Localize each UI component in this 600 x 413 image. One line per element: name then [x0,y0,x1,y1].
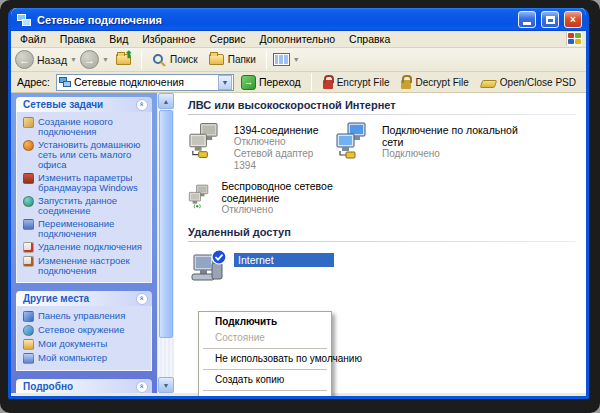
task-change-firewall[interactable]: Изменить параметры брандмауэра Windows [23,173,148,193]
folders-label: Папки [228,54,256,65]
other-places-panel: Другие места » Панель управления Сетевое… [16,291,152,371]
go-button[interactable]: → Переход [238,75,304,90]
menu-item-connect[interactable]: Подключить [200,314,330,330]
connection-1394[interactable]: 1394-соединение Отключено Сетевой адапте… [188,122,335,172]
search-icon [152,53,166,67]
client-area: Сетевые задачи » Создание нового подключ… [11,93,586,393]
red-lock-icon [323,80,333,89]
menu-item-no-default[interactable]: Не использовать по умолчанию [200,351,330,367]
task-rename-connection[interactable]: Переименование подключения [23,219,148,239]
wired-connection-icon [188,122,227,160]
open-close-psd-button[interactable]: Open/Close PSD [477,76,580,88]
connection-lan[interactable]: Подключение по локальной сети Подключено [335,122,520,172]
menu-view[interactable]: Вид [102,32,135,46]
network-tasks-header[interactable]: Сетевые задачи » [16,97,152,112]
details-title: Подробно [23,381,73,392]
back-button-label[interactable]: Назад [37,54,67,66]
windows-logo-icon [566,32,582,46]
task-delete-connection[interactable]: Удаление подключения [23,242,148,253]
network-connections-icon [17,13,32,27]
link-label: Мой компьютер [38,353,107,364]
section-rule [188,241,576,242]
link-label: Мои документы [38,339,107,350]
vertical-scrollbar[interactable]: ▲ ▼ [157,93,174,393]
forward-button-icon[interactable]: → [80,50,99,69]
encrypt-file-button[interactable]: Encrypt File [319,76,394,89]
address-folder-icon [59,77,71,88]
title-bar: Сетевые подключения × [11,8,586,31]
link-label: Панель управления [38,311,125,322]
menu-favorites[interactable]: Избранное [135,32,202,46]
open-close-psd-label: Open/Close PSD [500,77,576,88]
scrollbar-thumb[interactable] [159,110,173,338]
folders-button[interactable]: Папки [205,54,260,65]
back-button-icon[interactable]: ← [15,50,34,69]
rename-connection-icon [23,219,34,230]
dialup-section-title: Удаленный доступ [188,226,586,238]
network-tasks-panel: Сетевые задачи » Создание нового подключ… [16,97,152,283]
menu-item-create-shortcut[interactable]: Создать ярлык [200,393,330,399]
task-start-connection[interactable]: Запустить данное соединение [23,196,148,216]
task-label: Удаление подключения [38,242,142,253]
forward-dropdown-icon[interactable]: ▼ [102,56,109,63]
minimize-button[interactable] [518,11,536,28]
address-dropdown-icon[interactable]: ▼ [218,75,232,90]
dialup-connection-icon [188,249,230,285]
menu-item-create-copy[interactable]: Создать копию [200,372,330,388]
scroll-down-icon[interactable]: ▼ [158,377,174,393]
collapse-chevron-icon[interactable]: » [136,293,148,305]
task-create-connection[interactable]: Создание нового подключения [23,117,148,137]
folders-icon [209,54,224,65]
details-header[interactable]: Подробно » [16,379,152,393]
up-button[interactable]: ⬆ [116,54,131,65]
task-label: Установить домашнюю сеть или сеть малого… [38,140,148,170]
link-control-panel[interactable]: Панель управления [23,311,148,322]
link-network-places[interactable]: Сетевое окружение [23,325,148,336]
views-button-icon[interactable] [273,53,290,66]
maximize-button[interactable] [541,11,559,28]
back-dropdown-icon[interactable]: ▼ [70,56,77,63]
views-dropdown-icon[interactable]: ▼ [293,56,300,63]
internet-connection-label[interactable]: Internet [234,253,334,267]
address-label: Адрес: [15,76,52,88]
menu-advanced[interactable]: Дополнительно [252,32,342,46]
menu-tools[interactable]: Сервис [203,32,253,46]
decrypt-file-label: Decrypt File [415,77,468,88]
menu-edit[interactable]: Правка [53,32,102,46]
menu-file[interactable]: Файл [13,32,53,46]
home-network-icon [23,140,34,151]
menu-separator [203,390,327,391]
collapse-chevron-icon[interactable]: » [136,381,148,393]
window-title: Сетевые подключения [37,14,513,26]
other-places-header[interactable]: Другие места » [16,291,152,306]
decrypt-file-button[interactable]: Decrypt File [397,76,472,89]
close-button[interactable]: × [564,11,582,28]
search-button[interactable]: Поиск [148,53,202,67]
task-pane: Сетевые задачи » Создание нового подключ… [11,93,157,393]
task-label: Переименование подключения [38,219,148,239]
task-label: Создание нового подключения [38,117,148,137]
menu-item-status: Состояние [200,330,330,346]
task-setup-home-network[interactable]: Установить домашнюю сеть или сеть малого… [23,140,148,170]
control-panel-icon [23,311,34,322]
task-change-settings[interactable]: Изменение настроек подключения [23,256,148,276]
link-my-documents[interactable]: Мои документы [23,339,148,350]
start-connection-icon [23,196,34,207]
address-value: Сетевые подключения [74,76,184,88]
screenshot-frame: Сетевые подключения × Файл Правка Вид Из… [0,0,600,413]
lan-connection-icon [335,122,375,160]
task-label: Изменить параметры брандмауэра Windows [38,173,148,193]
connection-internet[interactable]: Internet [188,249,586,285]
link-label: Сетевое окружение [38,325,124,336]
menu-separator [203,369,327,370]
connection-device: Сетевой адаптер 1394 [234,148,335,172]
link-my-computer[interactable]: Мой компьютер [23,353,148,364]
address-input[interactable]: Сетевые подключения ▼ [56,74,234,91]
toolbar-separator [266,51,267,69]
menu-help[interactable]: Справка [342,32,397,46]
connection-wireless[interactable]: Беспроводное сетевое соединение Отключен… [188,178,335,216]
scroll-up-icon[interactable]: ▲ [158,93,174,109]
my-documents-icon [23,339,34,350]
collapse-chevron-icon[interactable]: » [136,99,148,111]
task-label: Запустить данное соединение [38,196,148,216]
